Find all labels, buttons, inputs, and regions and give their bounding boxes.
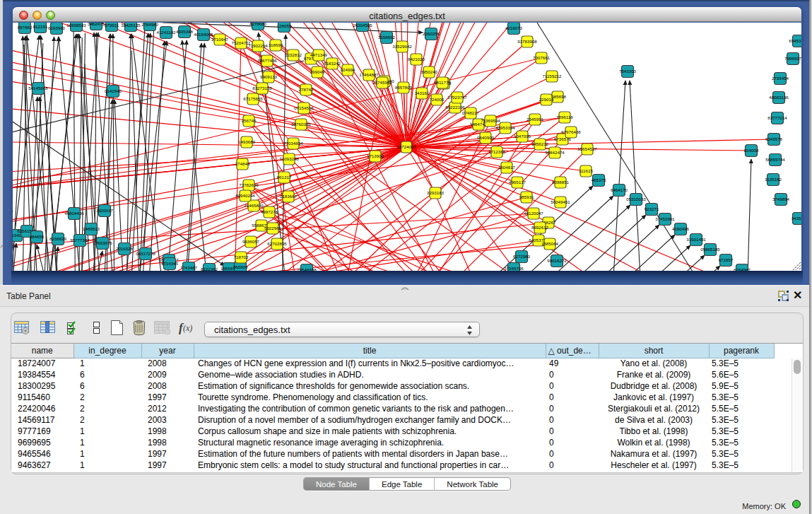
svg-text:824008: 824008 — [744, 148, 759, 153]
svg-text:861317: 861317 — [277, 175, 292, 180]
svg-text:83777014: 83777014 — [767, 115, 787, 120]
svg-text:8692617: 8692617 — [531, 225, 549, 230]
svg-text:024994: 024994 — [341, 67, 355, 72]
svg-text:67976438: 67976438 — [561, 129, 581, 134]
svg-text:7996507: 7996507 — [784, 56, 801, 61]
svg-text:8657809: 8657809 — [395, 85, 413, 90]
svg-text:1713900: 1713900 — [367, 153, 384, 158]
svg-text:3950240: 3950240 — [420, 69, 438, 74]
svg-text:7543303: 7543303 — [619, 69, 637, 74]
svg-text:812191: 812191 — [33, 24, 48, 29]
svg-text:8122362: 8122362 — [201, 267, 218, 271]
svg-text:69453147: 69453147 — [789, 38, 801, 43]
svg-text:73782639: 73782639 — [239, 182, 259, 187]
svg-text:17693676: 17693676 — [93, 240, 112, 245]
svg-text:54145868: 54145868 — [28, 86, 48, 90]
svg-text:9636057: 9636057 — [242, 239, 260, 244]
svg-text:21465840: 21465840 — [244, 203, 264, 208]
svg-text:77034824: 77034824 — [283, 141, 303, 146]
svg-text:6464170: 6464170 — [611, 187, 628, 192]
svg-text:3320037: 3320037 — [96, 208, 114, 213]
svg-text:05310033: 05310033 — [626, 197, 646, 201]
svg-text:4471349: 4471349 — [310, 52, 328, 57]
svg-text:08760385: 08760385 — [291, 122, 311, 127]
svg-text:8098851: 8098851 — [552, 180, 570, 185]
svg-text:0640909: 0640909 — [477, 135, 495, 140]
svg-text:985931: 985931 — [519, 194, 534, 199]
svg-text:2545991: 2545991 — [526, 117, 544, 122]
svg-text:71369594: 71369594 — [481, 118, 500, 123]
svg-text:0183667: 0183667 — [280, 194, 298, 199]
svg-text:26204505: 26204505 — [353, 23, 372, 28]
svg-text:366909: 366909 — [233, 264, 248, 269]
svg-text:21745961: 21745961 — [372, 80, 392, 85]
svg-text:17464887: 17464887 — [359, 72, 379, 77]
svg-text:80940244: 80940244 — [235, 193, 255, 198]
svg-text:16998543: 16998543 — [66, 23, 86, 28]
svg-text:6284987: 6284987 — [734, 267, 751, 271]
svg-text:18724007: 18724007 — [396, 144, 416, 149]
svg-text:07154516: 07154516 — [294, 105, 314, 110]
svg-text:7007661: 7007661 — [533, 55, 551, 60]
svg-text:37452991: 37452991 — [655, 216, 675, 221]
svg-text:38677496: 38677496 — [257, 58, 277, 63]
svg-text:1489513: 1489513 — [83, 226, 100, 231]
svg-text:6272980: 6272980 — [513, 254, 531, 259]
svg-text:111615: 111615 — [579, 168, 593, 173]
svg-text:37346706: 37346706 — [504, 266, 524, 271]
svg-text:48083136: 48083136 — [769, 95, 789, 100]
svg-text:8421020: 8421020 — [408, 57, 425, 62]
svg-text:1712368: 1712368 — [488, 149, 506, 154]
svg-text:15654527: 15654527 — [577, 146, 597, 151]
svg-text:69222196: 69222196 — [445, 105, 465, 110]
svg-text:6811775: 6811775 — [434, 80, 451, 85]
svg-text:9909133: 9909133 — [260, 74, 278, 79]
svg-text:99016272: 99016272 — [547, 258, 567, 263]
svg-text:8236629: 8236629 — [49, 236, 67, 241]
svg-text:923271: 923271 — [645, 206, 659, 211]
svg-text:1047095: 1047095 — [514, 134, 531, 139]
svg-text:3293183: 3293183 — [427, 190, 445, 195]
svg-text:965569: 965569 — [13, 209, 13, 214]
svg-text:71902294: 71902294 — [248, 43, 268, 48]
svg-text:465375: 465375 — [592, 177, 606, 182]
svg-text:256746: 256746 — [242, 118, 257, 123]
svg-text:3462475: 3462475 — [88, 23, 105, 26]
svg-text:1232812: 1232812 — [285, 52, 302, 57]
svg-text:6349578: 6349578 — [765, 136, 783, 141]
svg-text:399049: 399049 — [310, 69, 325, 74]
svg-text:43953394: 43953394 — [495, 125, 515, 130]
svg-text:(x): (x) — [183, 323, 192, 333]
svg-text:67175655: 67175655 — [243, 96, 263, 101]
svg-text:718702: 718702 — [234, 255, 249, 259]
svg-text:4965137: 4965137 — [509, 180, 526, 185]
svg-text:4997278: 4997278 — [261, 209, 278, 214]
svg-text:274846: 274846 — [235, 161, 250, 166]
svg-text:1493689: 1493689 — [238, 139, 256, 144]
svg-text:33529042: 33529042 — [392, 44, 412, 49]
svg-text:1456232: 1456232 — [531, 141, 549, 146]
svg-text:2260256: 2260256 — [423, 31, 440, 36]
svg-text:58842474: 58842474 — [545, 150, 565, 155]
svg-text:62702895: 62702895 — [267, 241, 287, 246]
svg-text:5022961: 5022961 — [264, 226, 282, 230]
svg-text:3158692: 3158692 — [378, 35, 396, 40]
svg-text:3135182: 3135182 — [765, 177, 782, 182]
svg-text:343161: 343161 — [415, 90, 430, 95]
svg-text:38425135: 38425135 — [121, 23, 141, 28]
svg-text:1585064: 1585064 — [541, 241, 559, 246]
svg-text:1604817: 1604817 — [498, 165, 516, 170]
svg-text:318699: 318699 — [269, 42, 283, 47]
svg-text:0748217: 0748217 — [462, 110, 480, 115]
svg-text:0142940: 0142940 — [105, 88, 122, 93]
svg-text:2735454: 2735454 — [772, 76, 789, 81]
svg-text:3749894: 3749894 — [772, 197, 790, 201]
svg-text:95777387: 95777387 — [70, 238, 90, 243]
svg-text:56855744: 56855744 — [765, 157, 785, 162]
svg-text:46120047: 46120047 — [524, 211, 543, 216]
svg-text:37923747: 37923747 — [447, 95, 467, 100]
svg-text:7896118: 7896118 — [556, 115, 573, 119]
svg-text:46804436: 46804436 — [64, 211, 84, 216]
svg-text:278742: 278742 — [299, 87, 314, 92]
svg-text:4935348: 4935348 — [176, 29, 194, 34]
